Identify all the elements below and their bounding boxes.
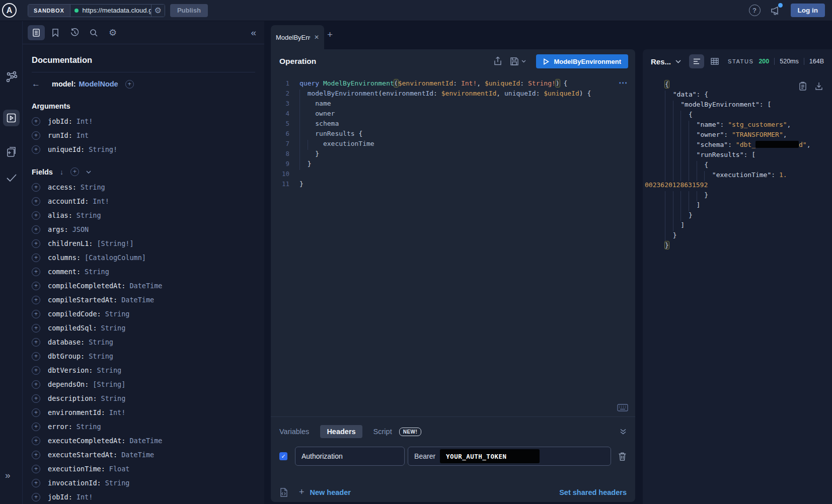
- field-name[interactable]: executeCompletedAt:: [48, 437, 125, 445]
- add-field-icon[interactable]: [32, 451, 40, 459]
- add-field-icon[interactable]: [32, 394, 40, 403]
- field-type[interactable]: [CatalogColumn]: [85, 254, 146, 262]
- doc-field-row[interactable]: dbtVersion:String: [32, 363, 255, 377]
- field-type[interactable]: [String!]: [97, 239, 133, 247]
- breadcrumb-type[interactable]: ModelNode: [79, 80, 118, 88]
- add-field-icon[interactable]: [32, 423, 40, 431]
- add-field-icon[interactable]: [32, 493, 40, 501]
- field-name[interactable]: runId:: [48, 131, 72, 139]
- delete-header-icon[interactable]: [618, 452, 627, 461]
- tab-variables[interactable]: Variables: [279, 428, 309, 436]
- add-field-icon[interactable]: [32, 310, 40, 318]
- field-type[interactable]: String: [77, 423, 101, 431]
- sort-fields-icon[interactable]: ↓: [60, 168, 63, 176]
- download-response-icon[interactable]: [815, 81, 823, 91]
- add-field-icon[interactable]: [32, 282, 40, 290]
- field-type[interactable]: DateTime: [121, 451, 154, 459]
- doc-field-row[interactable]: jobId:Int!: [32, 490, 255, 504]
- new-header-button[interactable]: + New header: [299, 487, 351, 497]
- help-icon[interactable]: ?: [749, 5, 761, 16]
- field-type[interactable]: String: [101, 324, 126, 332]
- doc-field-row[interactable]: access:String: [32, 180, 255, 194]
- field-type[interactable]: Int!: [93, 197, 109, 205]
- editor-lines[interactable]: 1query ModelByEnvironment($environmentId…: [279, 79, 635, 190]
- field-type[interactable]: Int!: [77, 493, 93, 501]
- field-name[interactable]: childrenL1:: [48, 239, 93, 247]
- doc-field-row[interactable]: columns:[CatalogColumn]: [32, 250, 255, 265]
- header-value-field[interactable]: Bearer YOUR_AUTH_TOKEN: [408, 447, 611, 466]
- settings-gear-icon[interactable]: ⚙: [104, 25, 121, 40]
- add-field-icon[interactable]: [32, 117, 40, 126]
- field-name[interactable]: description:: [48, 394, 97, 402]
- documentation-tab-icon[interactable]: [28, 25, 45, 40]
- tab-headers[interactable]: Headers: [320, 425, 362, 438]
- chevron-down-icon[interactable]: [86, 171, 91, 174]
- run-operation-button[interactable]: ModelByEnvironment: [536, 54, 628, 68]
- field-type[interactable]: DateTime: [129, 437, 162, 445]
- add-field-icon[interactable]: [32, 296, 40, 304]
- bookmarks-icon[interactable]: [47, 25, 64, 40]
- doc-field-row[interactable]: childrenL1:[String!]: [32, 236, 255, 250]
- field-name[interactable]: args:: [48, 225, 68, 233]
- field-name[interactable]: columns:: [48, 254, 81, 262]
- field-type[interactable]: String: [77, 211, 101, 219]
- table-view-toggle[interactable]: [707, 54, 722, 68]
- operation-collections-icon[interactable]: [0, 146, 23, 158]
- field-name[interactable]: jobId:: [48, 117, 72, 125]
- field-name[interactable]: executionTime:: [48, 465, 105, 473]
- field-name[interactable]: alias:: [48, 211, 72, 219]
- field-type[interactable]: String: [101, 394, 126, 402]
- field-name[interactable]: compileCompletedAt:: [48, 282, 125, 290]
- field-name[interactable]: error:: [48, 423, 72, 431]
- response-chevron-icon[interactable]: [675, 60, 681, 63]
- expand-rail-icon[interactable]: »: [5, 470, 11, 481]
- tab-script[interactable]: Script: [373, 428, 392, 436]
- add-field-icon[interactable]: [32, 254, 40, 262]
- add-field-icon[interactable]: [32, 197, 40, 206]
- field-name[interactable]: compileStartedAt:: [48, 296, 117, 304]
- checklist-icon[interactable]: [0, 171, 23, 184]
- field-name[interactable]: dbtVersion:: [48, 366, 93, 374]
- editor-overflow-menu[interactable]: ⋯: [619, 77, 628, 88]
- collapse-panel-icon[interactable]: [620, 429, 627, 435]
- add-field-icon[interactable]: [32, 211, 40, 220]
- doc-field-row[interactable]: alias:String: [32, 208, 255, 222]
- field-name[interactable]: uniqueId:: [48, 145, 85, 153]
- doc-field-row[interactable]: compiledSql:String: [32, 321, 255, 335]
- field-type[interactable]: Float: [109, 465, 130, 473]
- doc-field-row[interactable]: environmentId:Int!: [32, 405, 255, 419]
- doc-field-row[interactable]: executeCompletedAt:DateTime: [32, 434, 255, 448]
- doc-field-row[interactable]: comment:String: [32, 265, 255, 279]
- field-name[interactable]: dependsOn:: [48, 380, 89, 388]
- field-type[interactable]: String: [85, 268, 109, 276]
- doc-field-row[interactable]: compileStartedAt:DateTime: [32, 293, 255, 307]
- add-field-icon[interactable]: [32, 338, 40, 347]
- field-type[interactable]: Int!: [109, 408, 126, 416]
- field-name[interactable]: invocationId:: [48, 479, 101, 487]
- field-type[interactable]: JSON: [72, 225, 89, 233]
- header-enabled-checkbox[interactable]: ✓: [279, 452, 287, 460]
- add-field-icon[interactable]: [32, 380, 40, 389]
- field-type[interactable]: String: [81, 183, 105, 191]
- endpoint-url[interactable]: https://metadata.cloud.getd: [83, 7, 151, 14]
- add-field-icon[interactable]: [32, 352, 40, 361]
- auth-token-chip[interactable]: YOUR_AUTH_TOKEN: [440, 449, 540, 463]
- add-field-icon[interactable]: [32, 366, 40, 375]
- endpoint-url-segment[interactable]: https://metadata.cloud.getd: [70, 5, 151, 17]
- add-type-icon[interactable]: [125, 80, 134, 89]
- field-type[interactable]: DateTime: [129, 282, 162, 290]
- field-name[interactable]: compiledSql:: [48, 324, 97, 332]
- keyboard-shortcuts-icon[interactable]: [617, 404, 628, 411]
- doc-field-row[interactable]: error:String: [32, 419, 255, 434]
- field-name[interactable]: jobId:: [48, 493, 72, 501]
- field-type[interactable]: String!: [89, 145, 117, 153]
- doc-field-row[interactable]: accountId:Int!: [32, 194, 255, 208]
- field-type[interactable]: [String]: [93, 380, 125, 388]
- field-type[interactable]: DateTime: [121, 296, 154, 304]
- login-button[interactable]: Log in: [791, 4, 825, 17]
- back-arrow-icon[interactable]: ←: [32, 79, 47, 89]
- field-name[interactable]: compiledCode:: [48, 310, 101, 318]
- field-name[interactable]: access:: [48, 183, 77, 191]
- header-key-input[interactable]: [295, 447, 405, 466]
- save-button[interactable]: [510, 57, 526, 66]
